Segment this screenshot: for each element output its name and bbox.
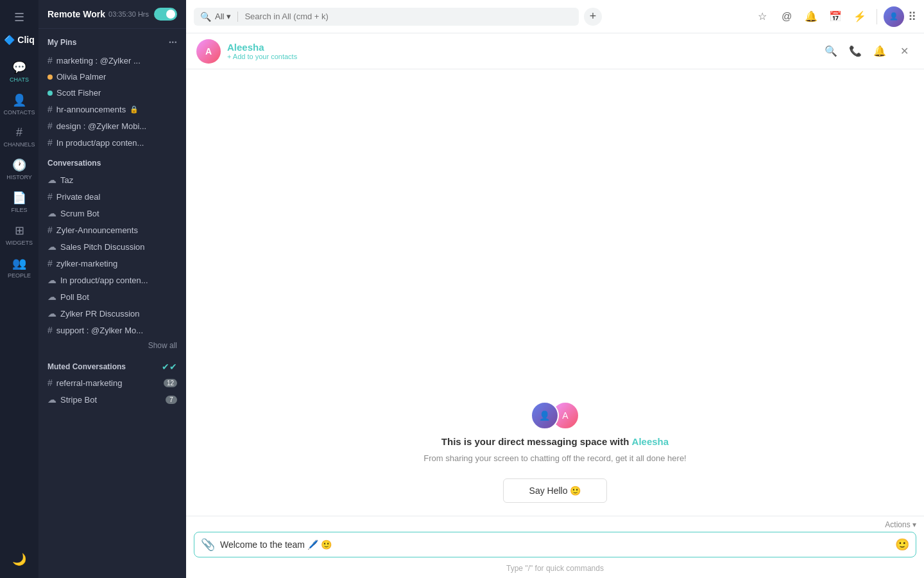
divider [877,9,877,24]
conv-name: support : @Zylker Mo... [56,326,143,335]
attach-icon[interactable]: 📎 [201,538,215,552]
pin-item-inproduct[interactable]: # In product/app conten... [38,134,186,151]
top-bar: 🔍 All ▾ + ☆ @ 🔔 📅 ⚡ 👤 ⠿ [186,0,924,33]
workspace-toggle[interactable] [154,8,177,21]
sidebar-item-widgets[interactable]: ⊞ WIDGETS [0,218,38,251]
chat-search-icon[interactable]: 🔍 [821,42,841,61]
conv-item-sales[interactable]: ☁ Sales Pitch Discussion [38,238,186,255]
user-avatar[interactable]: 👤 [884,6,904,27]
notification-icon[interactable]: 🔔 [801,6,821,27]
muted-name: Stripe Bot [60,395,97,405]
pin-item-hr[interactable]: # hr-announcements 🔒 [38,101,186,118]
pin-item-design[interactable]: # design : @Zylker Mobi... [38,118,186,134]
main-area: 🔍 All ▾ + ☆ @ 🔔 📅 ⚡ 👤 ⠿ A Aleesha + A [186,0,924,578]
hash-icon: # [47,55,53,66]
pin-name: marketing : @Zylker ... [56,56,141,66]
grid-menu-icon[interactable]: ⠿ [908,10,916,24]
chat-header-actions: 🔍 📞 🔔 ✕ [821,42,914,61]
calendar-icon[interactable]: 📅 [825,6,846,27]
conversations-title: Conversations [47,159,101,168]
chat-header: A Aleesha + Add to your contacts 🔍 📞 🔔 ✕ [186,33,924,69]
pin-name: Olivia Palmer [56,72,106,82]
conv-name: Private deal [56,192,101,202]
conv-name: Zyler-Announcements [56,225,138,235]
actions-bar: Actions ▾ [194,516,916,532]
logo-symbol: 🔷 [4,35,15,45]
contacts-label: CONTACTS [4,109,35,116]
message-input-row: 📎 🙂 [194,532,916,557]
actions-dropdown[interactable]: Actions ▾ [885,520,916,529]
conv-item-support[interactable]: # support : @Zylker Mo... [38,322,186,338]
muted-item-referral[interactable]: # referral-marketing 12 [38,374,186,391]
top-bar-actions: ☆ @ 🔔 📅 ⚡ 👤 ⠿ [752,6,916,27]
chevron-down-icon: ▾ [227,12,231,21]
call-icon[interactable]: 📞 [846,42,865,61]
conv-name: Taz [60,175,73,185]
muted-check-icon: ✔✔ [162,362,177,372]
muted-badge: 12 [164,379,177,387]
pin-item-olivia[interactable]: Olivia Palmer [38,69,186,85]
dm-avatars: 👤 A [531,401,579,430]
app-name: Cliq [17,35,34,45]
hash-icon: # [47,121,53,131]
my-pins-more-icon[interactable]: ··· [169,37,177,48]
emoji-icon[interactable]: 🙂 [895,538,909,552]
sidebar-item-channels[interactable]: # CHANNELS [0,121,38,153]
widgets-icon: ⊞ [15,223,24,238]
bot-icon: ☁ [47,308,56,319]
sidebar-item-files[interactable]: 📄 FILES [0,186,38,218]
pin-item-marketing[interactable]: # marketing : @Zylker ... [38,52,186,69]
hash-icon: # [47,191,53,202]
add-button[interactable]: + [584,8,602,26]
conv-item-poll-bot[interactable]: ☁ Poll Bot [38,288,186,305]
hash-icon: # [47,225,53,235]
say-hello-button[interactable]: Say Hello 🙂 [503,478,608,503]
conv-item-zylker-pr[interactable]: ☁ Zylker PR Discussion [38,305,186,322]
add-to-contacts-link[interactable]: + Add to your contacts [227,53,815,60]
conv-item-zylker-marketing[interactable]: # zylker-marketing [38,255,186,272]
files-icon: 📄 [12,191,26,205]
conv-name: Zylker PR Discussion [60,309,140,319]
theme-toggle-icon[interactable]: 🌙 [8,548,30,570]
conversations-section: Conversations [38,151,186,171]
lock-icon: 🔒 [130,105,139,114]
sidebar-item-chats[interactable]: 💬 CHATS [0,55,38,88]
status-dot-away [47,74,53,80]
search-input[interactable] [244,12,572,21]
show-all-link[interactable]: Show all [38,338,186,355]
dm-intro: 👤 A This is your direct messaging space … [424,401,686,463]
channels-label: CHANNELS [3,141,35,148]
star-icon[interactable]: ☆ [752,6,773,27]
hamburger-menu-icon[interactable]: ☰ [9,5,30,30]
zap-icon[interactable]: ⚡ [850,6,870,27]
conv-item-scrum-bot[interactable]: ☁ Scrum Bot [38,205,186,222]
message-input[interactable] [220,539,890,550]
pin-item-scott[interactable]: Scott Fisher [38,85,186,101]
chat-user-info: Aleesha + Add to your contacts [227,42,815,60]
muted-header: Muted Conversations ✔✔ [38,355,186,374]
people-icon: 👥 [12,256,26,270]
search-filter-dropdown[interactable]: All ▾ [215,12,231,21]
muted-item-stripe-bot[interactable]: ☁ Stripe Bot 7 [38,391,186,408]
sidebar-item-contacts[interactable]: 👤 CONTACTS [0,88,38,121]
message-area: Actions ▾ 📎 🙂 Type "/" for quick command… [186,516,924,578]
conv-item-inproduct2[interactable]: ☁ In product/app conten... [38,272,186,288]
chats-label: CHATS [10,76,29,83]
sidebar-item-people[interactable]: 👥 PEOPLE [0,251,38,284]
conv-item-private-deal[interactable]: # Private deal [38,188,186,205]
close-icon[interactable]: ✕ [894,42,914,61]
bot-icon: ☁ [47,292,56,302]
search-icon: 🔍 [200,12,211,22]
conv-item-taz[interactable]: ☁ Taz [38,171,186,188]
hash-icon: # [47,378,53,388]
muted-badge: 7 [166,396,177,404]
conv-name: zylker-marketing [56,259,117,268]
workspace-name: Remote Work [47,9,105,19]
bot-icon: ☁ [47,175,56,185]
sidebar-item-history[interactable]: 🕐 HISTORY [0,153,38,186]
conv-item-zyler[interactable]: # Zyler-Announcements [38,222,186,238]
dm-intro-name: Aleesha [632,436,669,447]
bell-icon[interactable]: 🔔 [870,42,889,61]
mention-icon[interactable]: @ [776,6,797,27]
workspace-header: Remote Work 03:35:30 Hrs [38,0,186,29]
